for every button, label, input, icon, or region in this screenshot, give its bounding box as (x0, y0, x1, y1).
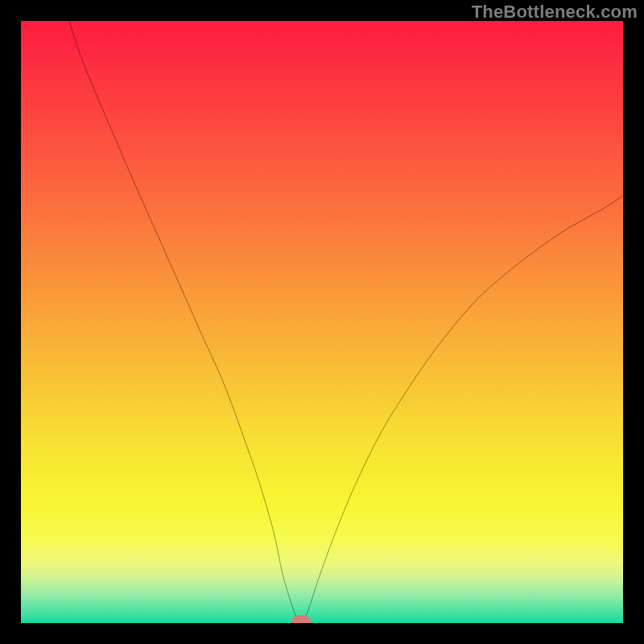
svg-rect-0 (21, 21, 623, 623)
chart-frame: TheBottleneck.com (0, 0, 644, 644)
watermark-text: TheBottleneck.com (472, 2, 638, 23)
chart-background-gradient (21, 21, 623, 623)
chart-plot-area (21, 21, 623, 623)
